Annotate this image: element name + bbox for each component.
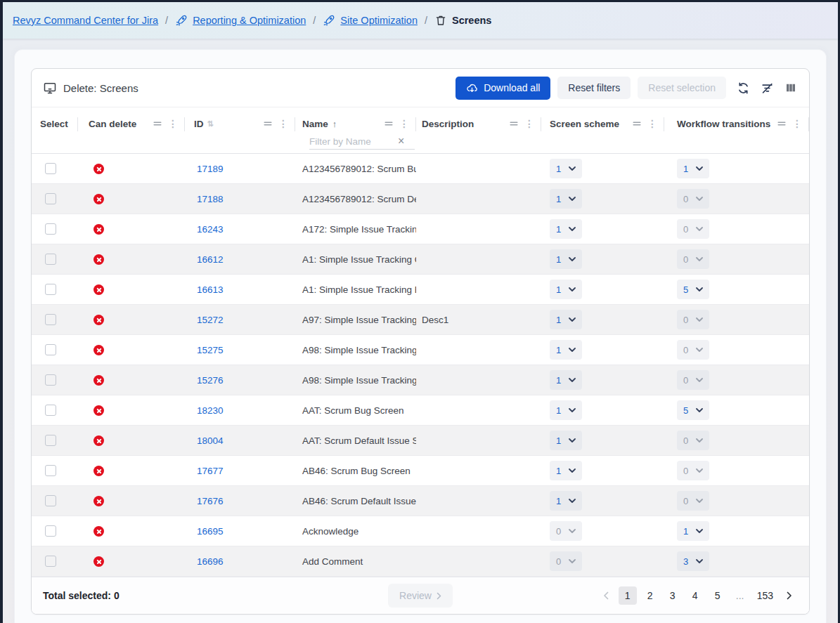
workflow-transitions-dropdown[interactable]: 0 (677, 249, 709, 269)
workflow-transitions-dropdown[interactable]: 0 (677, 461, 709, 480)
row-checkbox[interactable] (45, 405, 56, 416)
row-checkbox[interactable] (45, 525, 56, 537)
pagination-page[interactable]: 3 (664, 586, 682, 605)
workflow-transitions-dropdown[interactable]: 0 (677, 189, 709, 209)
clear-filters-icon[interactable] (760, 81, 774, 95)
screen-scheme-dropdown[interactable]: 1 (550, 370, 582, 390)
workflow-transitions-dropdown[interactable]: 0 (677, 491, 709, 511)
workflow-transitions-dropdown[interactable]: 0 (677, 340, 709, 360)
select-cell (32, 193, 78, 204)
screen-id-link[interactable]: 16695 (185, 526, 224, 537)
filter-lines-icon[interactable] (384, 119, 394, 129)
column-menu-icon[interactable]: ⋮ (647, 119, 657, 129)
screen-id-link[interactable]: 16612 (185, 254, 224, 265)
screen-scheme-dropdown[interactable]: 1 (550, 219, 582, 239)
column-menu-icon[interactable]: ⋮ (278, 119, 288, 129)
screen-id-link[interactable]: 18004 (185, 435, 224, 446)
pagination-page[interactable]: 4 (686, 586, 704, 605)
screen-id-link[interactable]: 15272 (185, 315, 224, 325)
screen-scheme-dropdown[interactable]: 1 (550, 431, 582, 450)
row-checkbox[interactable] (45, 284, 56, 295)
workflow-transitions-dropdown[interactable]: 0 (677, 370, 709, 390)
workflow-transitions-dropdown[interactable]: 3 (677, 551, 709, 571)
chevron-down-icon (696, 197, 703, 201)
filter-lines-icon[interactable] (153, 119, 162, 129)
column-menu-icon[interactable]: ⋮ (524, 119, 534, 129)
column-menu-icon[interactable]: ⋮ (792, 119, 802, 129)
reset-filters-button[interactable]: Reset filters (557, 77, 631, 99)
row-checkbox[interactable] (45, 193, 56, 204)
column-menu-icon[interactable]: ⋮ (168, 119, 178, 129)
workflow-transitions-dropdown[interactable]: 1 (677, 521, 709, 541)
chevron-down-icon (569, 438, 576, 442)
row-checkbox[interactable] (45, 163, 56, 174)
row-checkbox[interactable] (45, 254, 56, 265)
screen-scheme-dropdown[interactable]: 1 (550, 249, 582, 269)
download-all-button[interactable]: Download all (455, 77, 550, 100)
pagination-next-icon[interactable] (781, 586, 798, 605)
screen-id-link[interactable]: 18230 (185, 405, 224, 416)
screen-id-link[interactable]: 17189 (185, 164, 224, 174)
screen-id-link[interactable]: 16243 (185, 224, 224, 235)
column-header-description: Description ⋮ (416, 112, 541, 153)
screen-scheme-dropdown[interactable]: 1 (550, 400, 582, 420)
table-row: 18004 AAT: Scrum Default Issue Sc 1 0 (32, 426, 809, 456)
clear-filter-icon[interactable]: × (398, 136, 404, 147)
rocket-icon (175, 14, 188, 27)
sort-icon[interactable]: ⇅ (207, 119, 212, 129)
columns-icon[interactable] (784, 81, 798, 95)
workflow-transitions-dropdown[interactable]: 1 (677, 159, 709, 178)
reset-selection-button[interactable]: Reset selection (638, 77, 726, 99)
row-checkbox[interactable] (45, 465, 56, 476)
breadcrumb-link-reporting-optimization[interactable]: Reporting & Optimization (193, 15, 306, 26)
pagination-page[interactable]: 1 (619, 586, 637, 605)
screen-scheme-dropdown[interactable]: 1 (550, 461, 582, 480)
pagination-page[interactable]: 153 (754, 586, 777, 605)
name-filter-input[interactable] (309, 136, 398, 147)
filter-lines-icon[interactable] (777, 119, 787, 129)
screen-id-link[interactable]: 16696 (185, 556, 224, 567)
row-checkbox[interactable] (45, 344, 56, 355)
id-cell: 16696 (185, 556, 295, 567)
row-checkbox[interactable] (45, 435, 56, 446)
workflow-transitions-dropdown[interactable]: 0 (677, 219, 709, 239)
screen-scheme-dropdown[interactable]: 0 (550, 551, 582, 571)
screen-id-link[interactable]: 16613 (185, 284, 224, 295)
filter-lines-icon[interactable] (509, 119, 519, 129)
pagination-prev-icon[interactable] (597, 586, 614, 605)
filter-lines-icon[interactable] (263, 119, 273, 129)
screen-scheme-dropdown[interactable]: 1 (550, 159, 582, 178)
sort-ascending-icon[interactable]: ↑ (332, 119, 337, 129)
workflow-transitions-dropdown[interactable]: 0 (677, 431, 709, 450)
row-checkbox[interactable] (45, 314, 56, 325)
screen-id-link[interactable]: 17188 (185, 194, 224, 204)
row-checkbox[interactable] (45, 374, 56, 386)
breadcrumb-link-revyz-command-center[interactable]: Revyz Command Center for Jira (13, 15, 158, 26)
pagination-page[interactable]: 5 (709, 586, 727, 605)
row-checkbox[interactable] (45, 223, 56, 235)
screen-scheme-dropdown[interactable]: 1 (550, 491, 582, 511)
screen-scheme-dropdown[interactable]: 0 (550, 521, 582, 541)
column-menu-icon[interactable]: ⋮ (399, 119, 409, 129)
filter-lines-icon[interactable] (632, 119, 642, 129)
select-cell (32, 525, 78, 537)
screen-scheme-dropdown[interactable]: 1 (550, 189, 582, 209)
screen-scheme-dropdown[interactable]: 1 (550, 280, 582, 299)
refresh-icon[interactable] (736, 81, 750, 95)
screen-id-link[interactable]: 17677 (185, 466, 224, 476)
pagination-page[interactable]: 2 (641, 586, 659, 605)
workflow-transitions-dropdown[interactable]: 5 (677, 400, 709, 420)
workflow-transitions-dropdown[interactable]: 0 (677, 310, 709, 329)
breadcrumb-link-site-optimization[interactable]: Site Optimization (340, 15, 418, 26)
workflow-transitions-dropdown[interactable]: 5 (677, 280, 709, 299)
can-delete-cell (78, 465, 185, 476)
review-button[interactable]: Review (388, 584, 453, 608)
workflow-transitions-cell: 0 (664, 310, 809, 329)
screen-scheme-dropdown[interactable]: 1 (550, 310, 582, 329)
screen-id-link[interactable]: 15275 (185, 345, 224, 355)
screen-id-link[interactable]: 15276 (185, 375, 224, 386)
screen-id-link[interactable]: 17676 (185, 496, 224, 506)
row-checkbox[interactable] (45, 556, 56, 567)
row-checkbox[interactable] (45, 495, 56, 506)
screen-scheme-dropdown[interactable]: 1 (550, 340, 582, 360)
